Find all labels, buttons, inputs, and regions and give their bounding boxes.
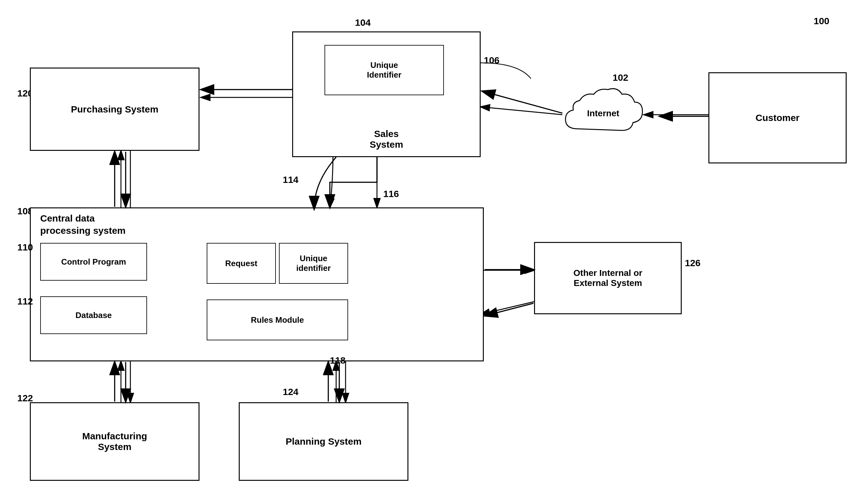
- svg-line-27: [485, 303, 534, 316]
- ref-124: 124: [283, 386, 298, 397]
- unique-identifier-central-label: Uniqueidentifier: [296, 253, 331, 273]
- ref-106: 106: [484, 55, 500, 66]
- rules-module-box: Rules Module: [207, 300, 348, 340]
- svg-line-18: [482, 91, 562, 113]
- planning-system-box: Planning System: [239, 402, 408, 481]
- unique-identifier-sales-box: UniqueIdentifier: [325, 45, 444, 95]
- ref-122: 122: [17, 393, 33, 403]
- svg-line-3: [481, 107, 562, 115]
- svg-text:Internet: Internet: [587, 109, 619, 118]
- ref-110: 110: [17, 242, 33, 253]
- internet-cloud: Internet: [559, 85, 647, 141]
- manufacturing-system-label: ManufacturingSystem: [82, 431, 147, 452]
- diagram-container: 100 Customer 102 Internet 104 UniqueIden…: [0, 0, 868, 494]
- other-system-label: Other Internal orExternal System: [573, 268, 642, 288]
- ref-116: 116: [383, 189, 399, 199]
- manufacturing-system-box: ManufacturingSystem: [30, 402, 199, 481]
- central-system-label: Central dataprocessing system: [40, 212, 126, 236]
- purchasing-system-box: Purchasing System: [30, 68, 199, 151]
- svg-line-13: [481, 302, 534, 314]
- ref-126: 126: [685, 258, 700, 268]
- request-label: Request: [225, 259, 257, 268]
- ref-114: 114: [283, 174, 298, 185]
- control-program-label: Control Program: [61, 257, 126, 267]
- ref-100: 100: [814, 16, 829, 26]
- purchasing-system-label: Purchasing System: [71, 104, 158, 115]
- unique-identifier-central-box: Uniqueidentifier: [279, 243, 348, 284]
- customer-box: Customer: [709, 72, 847, 164]
- planning-system-label: Planning System: [286, 436, 362, 447]
- ref-112: 112: [17, 296, 33, 307]
- sales-system-box: UniqueIdentifier SalesSystem: [292, 32, 481, 157]
- customer-label: Customer: [755, 113, 799, 123]
- sales-system-label: SalesSystem: [370, 126, 403, 150]
- ref-118: 118: [330, 355, 346, 366]
- rules-module-label: Rules Module: [251, 315, 304, 325]
- other-system-box: Other Internal orExternal System: [534, 242, 682, 314]
- request-box: Request: [207, 243, 276, 284]
- central-system-box: Central dataprocessing system Control Pr…: [30, 207, 484, 361]
- unique-identifier-sales-label: UniqueIdentifier: [367, 60, 402, 80]
- database-label: Database: [75, 310, 112, 320]
- database-box: Database: [40, 296, 147, 334]
- ref-102: 102: [613, 72, 628, 83]
- control-program-box: Control Program: [40, 243, 147, 281]
- ref-104: 104: [355, 17, 371, 28]
